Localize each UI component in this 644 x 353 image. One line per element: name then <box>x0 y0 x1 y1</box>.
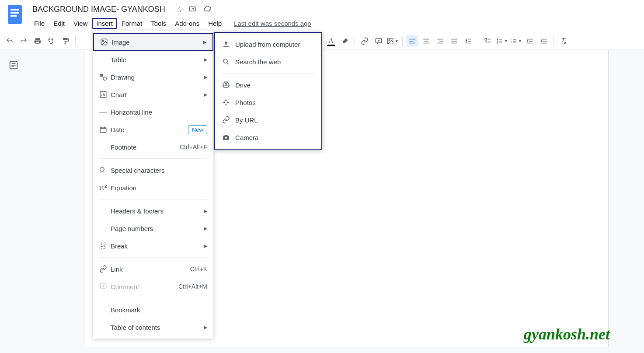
clear-formatting-button[interactable] <box>557 35 570 47</box>
align-right-button[interactable] <box>434 35 446 47</box>
increase-indent-button[interactable] <box>538 35 550 47</box>
menu-edit[interactable]: Edit <box>49 18 69 29</box>
watermark-text: gyankosh.net <box>524 325 610 343</box>
svg-point-6 <box>389 39 390 41</box>
menu-item-page-numbers[interactable]: Page numbers▶ <box>93 220 213 237</box>
menu-label: Horizontal line <box>111 108 207 116</box>
submenu-camera[interactable]: Camera <box>215 129 321 146</box>
menu-item-equation[interactable]: π²Equation <box>93 179 213 196</box>
submenu-photos[interactable]: Photos <box>215 94 321 111</box>
menu-item-toc[interactable]: Table of contents▶ <box>93 318 213 336</box>
menu-item-chart[interactable]: Chart▶ <box>93 86 213 103</box>
menu-item-link[interactable]: Link Ctrl+K <box>93 260 213 278</box>
menu-item-bookmark[interactable]: Bookmark <box>93 301 213 318</box>
align-justify-button[interactable] <box>448 35 460 47</box>
svg-rect-1 <box>10 9 19 10</box>
submenu-upload[interactable]: Upload from computer <box>215 35 321 53</box>
svg-point-18 <box>103 77 107 80</box>
submenu-search-web[interactable]: Search the web <box>215 53 321 70</box>
svg-rect-2 <box>10 12 19 14</box>
svg-rect-17 <box>100 74 103 77</box>
insert-link-button[interactable] <box>359 35 371 47</box>
submenu-byurl[interactable]: By URL <box>215 111 321 129</box>
redo-button[interactable] <box>17 35 30 47</box>
undo-button[interactable] <box>3 35 16 47</box>
menu-label: Image <box>111 38 203 46</box>
insert-image-button[interactable]: ▼ <box>386 35 399 47</box>
new-badge: New <box>188 125 207 134</box>
menu-format[interactable]: Format <box>117 18 147 29</box>
menu-item-table[interactable]: Table▶ <box>93 51 213 68</box>
submenu-arrow-icon: ▶ <box>204 243 207 249</box>
line-spacing-button[interactable] <box>462 35 474 47</box>
menu-label: Footnote <box>111 143 180 151</box>
svg-point-23 <box>225 137 227 139</box>
document-title[interactable]: BACKGROUND IMAGE- GYANKOSH <box>30 4 168 14</box>
svg-point-9 <box>497 41 498 42</box>
image-submenu: Upload from computer Search the web Driv… <box>214 32 322 150</box>
last-edit-link[interactable]: Last edit was seconds ago <box>234 20 311 27</box>
submenu-label: Upload from computer <box>235 41 300 48</box>
svg-point-8 <box>497 38 498 40</box>
paint-format-button[interactable] <box>59 35 72 47</box>
spellcheck-button[interactable] <box>45 35 58 47</box>
menu-item-headers-footers[interactable]: Headers & footers▶ <box>93 202 213 220</box>
menu-item-date[interactable]: Date New <box>93 121 213 138</box>
menu-item-break[interactable]: Break▶ <box>93 237 213 255</box>
outline-icon[interactable] <box>9 60 18 70</box>
svg-point-22 <box>223 59 227 63</box>
menu-label: Equation <box>111 184 207 192</box>
menu-label: Bookmark <box>111 306 207 314</box>
align-center-button[interactable] <box>420 35 432 47</box>
omega-icon: Ω <box>99 166 111 175</box>
svg-point-10 <box>497 42 498 44</box>
menu-item-footnote[interactable]: Footnote Ctrl+Alt+F <box>93 138 213 156</box>
svg-rect-7 <box>485 38 487 40</box>
menu-item-drawing[interactable]: Drawing▶ <box>93 68 213 86</box>
camera-icon <box>222 133 235 141</box>
menu-label: Comment <box>111 283 178 290</box>
align-left-button[interactable] <box>406 35 418 47</box>
photos-icon <box>222 98 235 106</box>
menu-item-special-chars[interactable]: ΩSpecial characters <box>93 161 213 179</box>
menu-label: Link <box>111 266 190 273</box>
svg-rect-11 <box>499 39 502 39</box>
bulleted-list-button[interactable]: ▼ <box>496 35 508 47</box>
menu-label: Drawing <box>111 73 204 81</box>
menu-insert[interactable]: Insert <box>92 18 117 29</box>
submenu-label: Drive <box>235 81 251 89</box>
menu-file[interactable]: File <box>30 18 49 29</box>
menu-addons[interactable]: Add-ons <box>171 18 204 29</box>
menubar: File Edit View Insert Format Tools Add-o… <box>30 17 644 30</box>
menu-item-hline[interactable]: ―Horizontal line <box>93 103 213 121</box>
submenu-drive[interactable]: Drive <box>215 76 321 94</box>
submenu-label: Search the web <box>235 58 281 66</box>
cloud-status-icon[interactable] <box>203 5 212 14</box>
upload-icon <box>222 40 235 48</box>
decrease-indent-button[interactable] <box>524 35 536 47</box>
text-color-button[interactable]: A <box>325 35 337 47</box>
menu-label: Chart <box>111 91 204 98</box>
docs-logo[interactable] <box>6 3 24 26</box>
move-icon[interactable] <box>189 5 197 14</box>
menu-label: Headers & footers <box>111 207 204 215</box>
menu-view[interactable]: View <box>69 18 92 29</box>
image-icon <box>100 38 111 46</box>
highlight-button[interactable] <box>339 35 351 47</box>
menu-label: Break <box>111 242 204 250</box>
add-comment-button[interactable] <box>372 35 385 47</box>
menu-item-image[interactable]: Image ▶ <box>93 33 213 51</box>
svg-rect-20 <box>100 127 106 133</box>
numbered-list-button[interactable]: ▼ <box>510 35 522 47</box>
print-button[interactable] <box>31 35 44 47</box>
submenu-arrow-icon: ▶ <box>204 226 207 231</box>
menu-help[interactable]: Help <box>204 18 226 29</box>
drawing-icon <box>99 73 111 81</box>
menu-tools[interactable]: Tools <box>146 18 171 29</box>
pi-icon: π² <box>99 183 111 192</box>
star-icon[interactable]: ☆ <box>176 5 183 14</box>
insert-menu: Image ▶ Table▶ Drawing▶ Chart▶ ―Horizont… <box>93 31 213 339</box>
menu-label: Table of contents <box>111 324 204 331</box>
comment-icon <box>99 283 111 290</box>
checklist-button[interactable] <box>482 35 494 47</box>
